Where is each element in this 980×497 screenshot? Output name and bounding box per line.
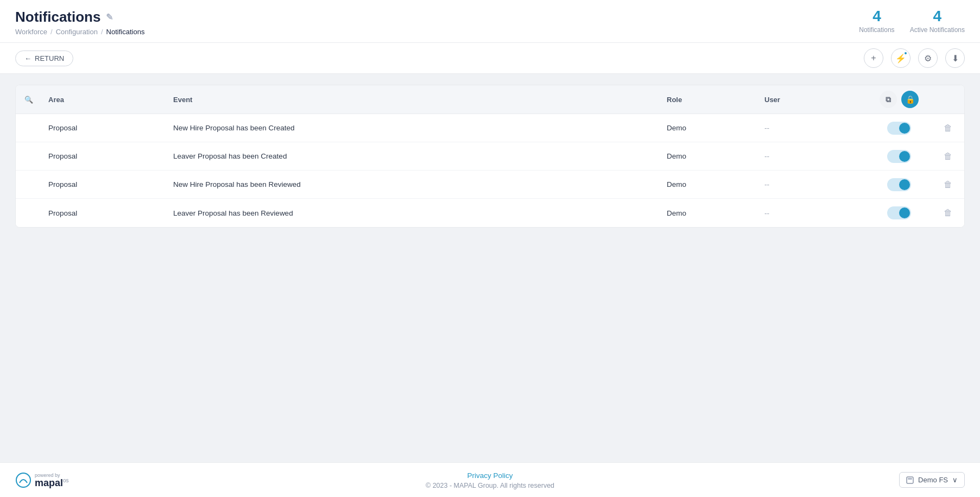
td-user-2: -- [758,146,867,167]
download-button[interactable]: ⬇ [945,48,965,68]
privacy-policy-link[interactable]: Privacy Policy [467,471,513,480]
return-label: RETURN [35,54,64,62]
toggle-knob-3 [899,179,910,190]
td-user-1: -- [758,117,867,139]
breadcrumb-workforce[interactable]: Workforce [15,28,47,36]
page-title: Notifications [15,9,100,26]
th-user: User [758,90,867,109]
notifications-count: 4 [859,9,894,24]
copyright-text: © 2023 - MAPAL Group. All rights reserve… [124,482,856,489]
td-event-4: Leaver Proposal has been Reviewed [167,203,660,224]
td-toggle-1 [867,115,932,141]
td-area-1: Proposal [42,117,167,139]
th-area: Area [42,90,167,109]
td-role-3: Demo [660,174,758,195]
footer-right: Demo FS ∨ [856,472,965,488]
return-button[interactable]: ← RETURN [15,51,73,66]
footer-center: Privacy Policy © 2023 - MAPAL Group. All… [124,470,856,489]
td-empty-3 [16,178,42,191]
td-area-4: Proposal [42,203,167,224]
active-notifications-label: Active Notifications [910,26,965,34]
demo-fs-icon [906,476,914,484]
toggle-3[interactable] [887,178,911,191]
th-delete [932,94,964,105]
trash-icon-1: 🗑 [944,123,952,133]
delete-btn-4[interactable]: 🗑 [932,202,964,224]
trash-icon-2: 🗑 [944,152,952,161]
demo-fs-label: Demo FS [918,476,948,484]
td-user-4: -- [758,203,867,224]
delete-btn-3[interactable]: 🗑 [932,173,964,196]
main-content: 🔍 Area Event Role User ⧉ 🔒 Proposal New … [0,74,980,462]
toolbar-actions: + ⚡ ⚙ ⬇ [864,48,965,68]
table-row: Proposal New Hire Proposal has been Revi… [16,171,964,199]
filter-button[interactable]: ⚡ [891,48,911,68]
delete-btn-1[interactable]: 🗑 [932,117,964,140]
copy-columns-icon-btn[interactable]: ⧉ [880,91,897,108]
th-search[interactable]: 🔍 [16,90,42,109]
td-empty-4 [16,206,42,219]
td-toggle-4 [867,200,932,226]
breadcrumb-notifications: Notifications [106,28,145,36]
td-area-3: Proposal [42,174,167,195]
td-role-4: Demo [660,203,758,224]
lock-icon: 🔒 [906,95,915,104]
page-title-row: Notifications ✎ [15,9,144,26]
search-icon: 🔍 [24,96,33,104]
mapal-logo-mark [15,472,31,488]
delete-btn-2[interactable]: 🗑 [932,145,964,168]
breadcrumb-sep-1: / [50,28,53,36]
footer-logo: powered by mapalos [15,472,124,488]
breadcrumb-sep-2: / [101,28,103,36]
copy-icon: ⧉ [886,95,891,104]
toggle-knob-1 [899,123,910,134]
mapal-brand: mapalos [35,478,69,488]
toggle-2[interactable] [887,150,911,163]
mapal-label: mapal [35,477,63,488]
toggle-knob-4 [899,207,910,218]
svg-rect-2 [908,478,912,480]
header-stats: 4 Notifications 4 Active Notifications [859,9,965,34]
settings-button[interactable]: ⚙ [918,48,938,68]
notifications-table: 🔍 Area Event Role User ⧉ 🔒 Proposal New … [15,85,965,228]
td-toggle-2 [867,143,932,169]
toolbar: ← RETURN + ⚡ ⚙ ⬇ [0,43,980,74]
return-arrow-icon: ← [24,54,31,62]
breadcrumb-configuration[interactable]: Configuration [56,28,98,36]
footer: powered by mapalos Privacy Policy © 2023… [0,462,980,497]
th-active: ⧉ 🔒 [867,85,932,114]
td-empty-1 [16,122,42,135]
edit-icon[interactable]: ✎ [106,12,113,22]
active-notifications-count: 4 [910,9,965,24]
trash-icon-3: 🗑 [944,180,952,190]
trash-icon-4: 🗑 [944,208,952,218]
notifications-stat: 4 Notifications [859,9,894,34]
td-event-1: New Hire Proposal has been Created [167,117,660,139]
td-event-3: New Hire Proposal has been Reviewed [167,174,660,195]
demo-fs-button[interactable]: Demo FS ∨ [899,472,965,488]
header-left: Notifications ✎ Workforce / Configuratio… [15,9,144,36]
lock-columns-icon-btn[interactable]: 🔒 [901,91,919,108]
td-role-1: Demo [660,117,758,139]
add-button[interactable]: + [864,48,883,68]
header: Notifications ✎ Workforce / Configuratio… [0,0,980,43]
table-row: Proposal Leaver Proposal has been Create… [16,142,964,171]
th-event: Event [167,90,660,109]
chevron-down-icon: ∨ [952,476,958,484]
td-toggle-3 [867,172,932,198]
td-role-2: Demo [660,146,758,167]
td-event-2: Leaver Proposal has been Created [167,146,660,167]
td-area-2: Proposal [42,146,167,167]
os-label: os [63,477,69,483]
filter-active-dot [903,51,908,55]
active-notifications-stat: 4 Active Notifications [910,9,965,34]
td-empty-2 [16,150,42,163]
breadcrumb: Workforce / Configuration / Notification… [15,28,144,36]
td-user-3: -- [758,174,867,195]
svg-rect-1 [907,477,913,483]
notifications-label: Notifications [859,26,894,34]
toggle-1[interactable] [887,122,911,135]
download-icon: ⬇ [952,53,959,64]
toggle-knob-2 [899,151,910,162]
toggle-4[interactable] [887,206,911,219]
